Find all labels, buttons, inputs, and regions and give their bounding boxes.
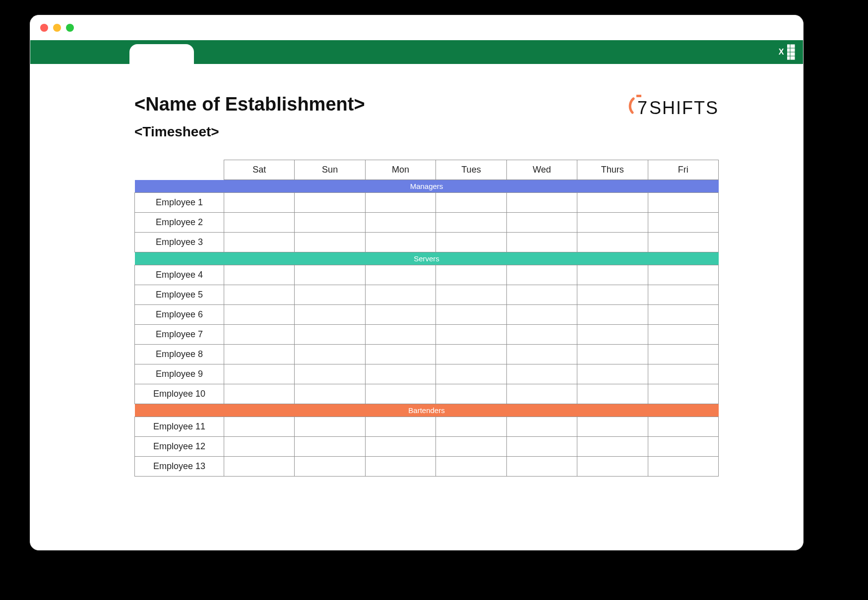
timesheet-cell[interactable] — [648, 457, 718, 477]
timesheet-cell[interactable] — [295, 213, 365, 233]
timesheet-cell[interactable] — [577, 457, 648, 477]
timesheet-cell[interactable] — [648, 384, 718, 404]
timesheet-cell[interactable] — [648, 265, 718, 285]
timesheet-cell[interactable] — [365, 437, 435, 457]
timesheet-cell[interactable] — [648, 325, 718, 345]
timesheet-cell[interactable] — [224, 345, 295, 364]
timesheet-cell[interactable] — [577, 437, 648, 457]
timesheet-cell[interactable] — [577, 364, 648, 384]
timesheet-cell[interactable] — [295, 345, 365, 364]
timesheet-cell[interactable] — [648, 417, 718, 437]
timesheet-cell[interactable] — [295, 305, 365, 325]
timesheet-cell[interactable] — [365, 457, 435, 477]
timesheet-cell[interactable] — [648, 305, 718, 325]
timesheet-cell[interactable] — [577, 213, 648, 233]
timesheet-cell[interactable] — [224, 233, 295, 252]
timesheet-cell[interactable] — [436, 193, 506, 213]
timesheet-cell[interactable] — [506, 213, 577, 233]
timesheet-cell[interactable] — [436, 233, 506, 252]
timesheet-cell[interactable] — [436, 345, 506, 364]
timesheet-cell[interactable] — [648, 437, 718, 457]
day-header: Fri — [648, 160, 718, 180]
timesheet-cell[interactable] — [436, 305, 506, 325]
timesheet-cell[interactable] — [506, 285, 577, 305]
timesheet-cell[interactable] — [224, 193, 295, 213]
maximize-icon[interactable] — [66, 24, 74, 32]
table-row: Employee 9 — [135, 364, 719, 384]
minimize-icon[interactable] — [53, 24, 61, 32]
timesheet-cell[interactable] — [365, 384, 435, 404]
timesheet-cell[interactable] — [506, 193, 577, 213]
timesheet-cell[interactable] — [506, 437, 577, 457]
timesheet-cell[interactable] — [224, 384, 295, 404]
timesheet-cell[interactable] — [506, 265, 577, 285]
timesheet-cell[interactable] — [436, 213, 506, 233]
day-header: Sun — [295, 160, 365, 180]
timesheet-cell[interactable] — [365, 285, 435, 305]
timesheet-cell[interactable] — [295, 193, 365, 213]
timesheet-cell[interactable] — [224, 364, 295, 384]
timesheet-cell[interactable] — [577, 417, 648, 437]
timesheet-cell[interactable] — [365, 417, 435, 437]
timesheet-cell[interactable] — [436, 437, 506, 457]
timesheet-cell[interactable] — [577, 384, 648, 404]
timesheet-cell[interactable] — [577, 285, 648, 305]
timesheet-cell[interactable] — [224, 305, 295, 325]
timesheet-cell[interactable] — [436, 265, 506, 285]
timesheet-cell[interactable] — [648, 285, 718, 305]
timesheet-cell[interactable] — [436, 384, 506, 404]
timesheet-cell[interactable] — [224, 285, 295, 305]
timesheet-cell[interactable] — [365, 325, 435, 345]
timesheet-cell[interactable] — [577, 325, 648, 345]
timesheet-cell[interactable] — [648, 364, 718, 384]
timesheet-cell[interactable] — [224, 265, 295, 285]
timesheet-cell[interactable] — [577, 233, 648, 252]
logo-text: SHIFTS — [649, 98, 719, 119]
timesheet-cell[interactable] — [506, 384, 577, 404]
timesheet-cell[interactable] — [648, 233, 718, 252]
timesheet-cell[interactable] — [436, 285, 506, 305]
timesheet-cell[interactable] — [365, 265, 435, 285]
timesheet-cell[interactable] — [365, 213, 435, 233]
timesheet-cell[interactable] — [577, 345, 648, 364]
timesheet-cell[interactable] — [506, 457, 577, 477]
timesheet-cell[interactable] — [506, 364, 577, 384]
timesheet-cell[interactable] — [224, 437, 295, 457]
timesheet-cell[interactable] — [506, 417, 577, 437]
timesheet-cell[interactable] — [436, 364, 506, 384]
timesheet-cell[interactable] — [436, 417, 506, 437]
timesheet-cell[interactable] — [295, 417, 365, 437]
timesheet-cell[interactable] — [365, 193, 435, 213]
timesheet-cell[interactable] — [648, 213, 718, 233]
timesheet-cell[interactable] — [295, 364, 365, 384]
timesheet-cell[interactable] — [295, 265, 365, 285]
timesheet-cell[interactable] — [648, 193, 718, 213]
timesheet-cell[interactable] — [224, 457, 295, 477]
timesheet-cell[interactable] — [506, 305, 577, 325]
timesheet-cell[interactable] — [224, 325, 295, 345]
timesheet-cell[interactable] — [577, 265, 648, 285]
timesheet-cell[interactable] — [295, 325, 365, 345]
timesheet-cell[interactable] — [365, 364, 435, 384]
timesheet-cell[interactable] — [295, 457, 365, 477]
timesheet-cell[interactable] — [224, 417, 295, 437]
employee-name: Employee 8 — [135, 345, 224, 364]
timesheet-cell[interactable] — [577, 305, 648, 325]
timesheet-cell[interactable] — [577, 193, 648, 213]
close-icon[interactable] — [40, 24, 48, 32]
timesheet-cell[interactable] — [648, 345, 718, 364]
timesheet-cell[interactable] — [506, 345, 577, 364]
timesheet-cell[interactable] — [295, 285, 365, 305]
timesheet-cell[interactable] — [365, 305, 435, 325]
active-tab[interactable] — [129, 44, 194, 64]
timesheet-cell[interactable] — [436, 325, 506, 345]
timesheet-cell[interactable] — [365, 233, 435, 252]
timesheet-cell[interactable] — [436, 457, 506, 477]
timesheet-cell[interactable] — [295, 437, 365, 457]
timesheet-cell[interactable] — [295, 233, 365, 252]
timesheet-cell[interactable] — [506, 325, 577, 345]
timesheet-cell[interactable] — [224, 213, 295, 233]
timesheet-cell[interactable] — [506, 233, 577, 252]
timesheet-cell[interactable] — [365, 345, 435, 364]
timesheet-cell[interactable] — [295, 384, 365, 404]
